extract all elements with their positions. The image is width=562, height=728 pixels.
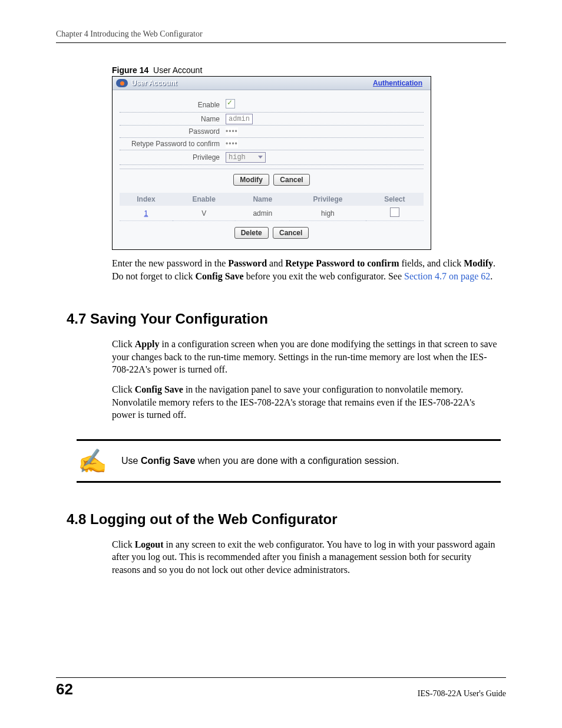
col-index: Index	[120, 193, 173, 206]
privilege-label: Privilege	[120, 153, 226, 162]
password-label: Password	[120, 127, 226, 136]
heading-4-7: 4.7 Saving Your Configuration	[67, 311, 506, 327]
enable-checkbox[interactable]	[226, 99, 235, 108]
col-select: Select	[366, 193, 424, 206]
cancel-button-2[interactable]: Cancel	[273, 227, 309, 239]
page-number: 62	[56, 680, 73, 699]
panel-bullet-icon	[116, 79, 128, 87]
running-head: Chapter 4 Introducing the Web Configurat…	[56, 29, 506, 43]
cancel-button[interactable]: Cancel	[273, 174, 309, 186]
user-account-screenshot: User Account Authentication Enable Name …	[112, 76, 431, 250]
password-input[interactable]: ••••	[226, 127, 238, 136]
delete-button[interactable]: Delete	[234, 227, 269, 239]
page-footer: 62 IES-708-22A User's Guide	[56, 677, 506, 699]
note-text: Use Config Save when you are done with a…	[121, 456, 399, 466]
figure-title: User Account	[153, 65, 202, 75]
col-name: Name	[235, 193, 290, 206]
name-label: Name	[120, 115, 226, 123]
row-name: admin	[235, 206, 290, 221]
col-privilege: Privilege	[290, 193, 366, 206]
user-account-table: Index Enable Name Privilege Select 1 V a…	[120, 193, 424, 221]
heading-4-8: 4.8 Logging out of the Web Configurator	[67, 511, 506, 528]
modify-button[interactable]: Modify	[233, 174, 269, 186]
name-input[interactable]: admin	[226, 114, 253, 124]
paragraph-config-save: Click Config Save in the navigation pane…	[112, 383, 498, 421]
retype-password-input[interactable]: ••••	[226, 140, 238, 148]
guide-title: IES-708-22A User's Guide	[418, 689, 506, 699]
note-icon: ✍	[77, 449, 107, 473]
row-select-checkbox[interactable]	[390, 207, 399, 217]
paragraph-logout: Click Logout in any screen to exit the w…	[112, 538, 498, 577]
figure-number: Figure 14	[112, 65, 148, 75]
row-enable: V	[173, 206, 236, 221]
panel-title: User Account	[116, 79, 177, 87]
section-4-7-link[interactable]: Section 4.7 on page 62	[404, 271, 490, 281]
retype-password-label: Retype Password to confirm	[120, 140, 226, 148]
table-row: 1 V admin high	[120, 206, 424, 221]
row-privilege: high	[290, 206, 366, 221]
paragraph-apply: Click Apply in a configuration screen wh…	[112, 338, 498, 376]
row-select	[366, 206, 424, 221]
col-enable: Enable	[173, 193, 236, 206]
note-config-save: ✍ Use Config Save when you are done with…	[77, 439, 501, 483]
paragraph-password-instructions: Enter the new password in the Password a…	[112, 257, 498, 282]
figure-caption: Figure 14 User Account	[112, 65, 506, 75]
panel-title-text: User Account	[131, 79, 177, 87]
row-index[interactable]: 1	[120, 206, 173, 221]
enable-label: Enable	[120, 101, 226, 109]
privilege-select[interactable]: high	[226, 152, 266, 163]
authentication-link[interactable]: Authentication	[373, 79, 422, 87]
